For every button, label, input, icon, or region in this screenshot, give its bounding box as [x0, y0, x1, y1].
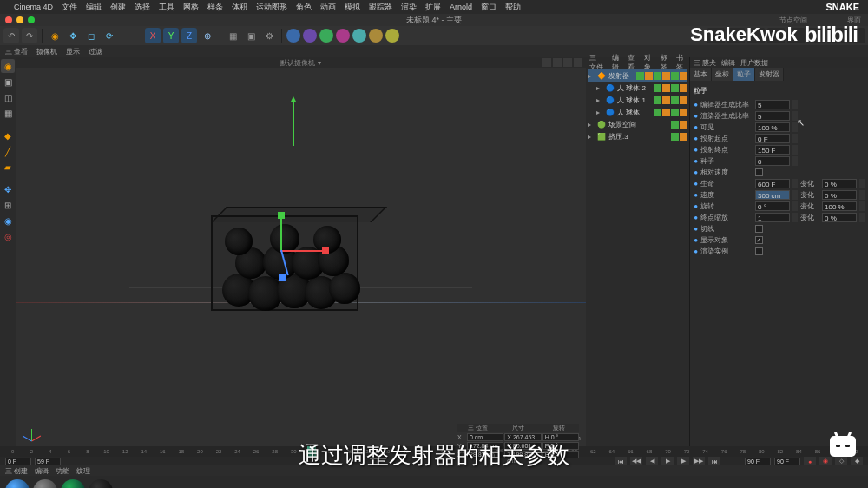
- stepper[interactable]: [792, 190, 798, 200]
- mat-menu[interactable]: 三 创建: [5, 466, 28, 476]
- menu-item[interactable]: 创建: [110, 2, 126, 13]
- point-mode-icon[interactable]: ◆: [1, 129, 15, 142]
- close-icon[interactable]: [5, 16, 12, 23]
- stepper[interactable]: [859, 213, 865, 222]
- minimize-icon[interactable]: [16, 16, 23, 23]
- attr-menu[interactable]: 三 膜犬: [694, 58, 716, 68]
- filter-menu[interactable]: 过滤: [89, 47, 102, 56]
- menu-item[interactable]: 网格: [183, 2, 199, 13]
- tab-particle[interactable]: 粒子: [733, 68, 755, 81]
- current-frame-field[interactable]: 59 F: [35, 458, 61, 465]
- stepper[interactable]: [792, 145, 798, 155]
- app-name[interactable]: Cinema 4D: [14, 3, 53, 11]
- value-field[interactable]: 1: [755, 213, 790, 222]
- stepper[interactable]: [792, 201, 798, 211]
- polygon-mode-icon[interactable]: ▰: [1, 160, 15, 174]
- menu-item[interactable]: 帮助: [505, 2, 521, 13]
- menu-item[interactable]: 跟踪器: [369, 2, 392, 13]
- edge-mode-icon[interactable]: ╱: [1, 144, 15, 158]
- total-frames-field[interactable]: 90 F: [774, 458, 800, 465]
- workplane-icon[interactable]: ▦: [1, 106, 15, 120]
- spline-icon[interactable]: [303, 29, 317, 43]
- menu-item[interactable]: 模拟: [345, 2, 360, 13]
- render-pv-icon[interactable]: ▣: [243, 28, 259, 43]
- stepper[interactable]: [792, 213, 798, 222]
- prev-key-icon[interactable]: ◀◀: [630, 457, 642, 465]
- value-field[interactable]: 0: [755, 156, 790, 166]
- object-row[interactable]: ▸🔶发射器: [588, 69, 687, 82]
- display-menu[interactable]: 显示: [66, 47, 80, 56]
- object-row[interactable]: ▸🔵人 球体.2: [588, 82, 687, 94]
- live-select-icon[interactable]: ◉: [47, 28, 62, 43]
- value-field[interactable]: 0 %: [822, 213, 857, 222]
- value-field[interactable]: 0 %: [822, 179, 857, 188]
- mat-menu[interactable]: 功能: [56, 466, 69, 476]
- x-axis-toggle[interactable]: X: [145, 28, 161, 43]
- range-end-field[interactable]: 90 F: [745, 458, 771, 465]
- y-axis-toggle[interactable]: Y: [163, 28, 179, 43]
- keyframe-icon[interactable]: ◇: [835, 457, 847, 465]
- scale-icon[interactable]: ◻: [83, 28, 99, 43]
- tab-basic[interactable]: 基本: [690, 68, 712, 81]
- value-field[interactable]: 300 cm: [755, 190, 790, 200]
- camera-menu[interactable]: 摄像机: [36, 47, 57, 56]
- camera-dropdown[interactable]: 默认摄像机 ▾: [280, 58, 320, 68]
- primitive-icon[interactable]: [286, 29, 300, 43]
- move-icon[interactable]: ✥: [65, 28, 81, 43]
- menu-item[interactable]: 角色: [296, 2, 312, 13]
- tab-emitter[interactable]: 发射器: [755, 68, 784, 81]
- menu-item[interactable]: 选择: [135, 2, 150, 13]
- value-field[interactable]: 0 %: [822, 190, 857, 200]
- menu-item[interactable]: 工具: [159, 2, 174, 13]
- autokey-icon[interactable]: ◉: [819, 457, 832, 465]
- stepper[interactable]: [859, 201, 865, 211]
- checkbox[interactable]: [755, 236, 763, 244]
- render-settings-icon[interactable]: ⚙: [261, 28, 277, 43]
- viewport-solo-icon[interactable]: ◉: [1, 214, 15, 228]
- object-row[interactable]: ▸🟩挤压.3: [588, 130, 687, 142]
- snap-icon[interactable]: ⊞: [1, 198, 15, 212]
- value-field[interactable]: 150 F: [755, 145, 790, 155]
- value-field[interactable]: 100 %: [822, 201, 857, 211]
- menu-item[interactable]: 窗口: [481, 2, 496, 13]
- tab-coord[interactable]: 坐标: [712, 68, 733, 81]
- stepper[interactable]: [792, 100, 798, 109]
- material-preview[interactable]: [33, 479, 57, 488]
- play-icon[interactable]: ▶: [661, 457, 674, 465]
- generator-icon[interactable]: [319, 29, 333, 43]
- value-field[interactable]: 0 F: [755, 134, 790, 143]
- object-row[interactable]: ▸🟢场景空间: [588, 118, 687, 130]
- menu-item[interactable]: 体积: [232, 2, 247, 13]
- redo-icon[interactable]: ↷: [22, 28, 37, 43]
- stepper[interactable]: [792, 134, 798, 143]
- menu-item[interactable]: Arnold: [450, 3, 472, 11]
- object-row[interactable]: ▸🔵人 球体.1: [588, 94, 687, 106]
- menu-item[interactable]: 渲染: [401, 2, 417, 13]
- attr-menu[interactable]: 用户数据: [740, 58, 768, 68]
- material-preview[interactable]: [89, 479, 113, 488]
- z-axis-toggle[interactable]: Z: [181, 28, 197, 43]
- environment-icon[interactable]: [352, 29, 366, 43]
- attr-menu[interactable]: 编辑: [721, 58, 735, 68]
- value-field[interactable]: 5: [755, 111, 790, 121]
- material-preview[interactable]: [5, 479, 30, 488]
- deformer-icon[interactable]: [336, 29, 350, 43]
- menu-item[interactable]: 运动图形: [256, 2, 287, 13]
- checkbox[interactable]: [755, 247, 763, 255]
- viewport-nav-icon[interactable]: [542, 58, 551, 67]
- camera-icon[interactable]: [369, 29, 383, 43]
- undo-icon[interactable]: ↶: [3, 28, 19, 43]
- value-field[interactable]: 0 °: [755, 201, 790, 211]
- rotate-icon[interactable]: ⟳: [102, 28, 117, 43]
- record-icon[interactable]: ●: [804, 457, 816, 465]
- stepper[interactable]: [859, 190, 865, 200]
- viewport-3d[interactable]: 网格间距: 1000 cm: [16, 68, 586, 446]
- goto-end-icon[interactable]: ⏭: [708, 457, 720, 465]
- keyframe-sel-icon[interactable]: ◆: [851, 457, 863, 465]
- object-row[interactable]: ▸🔵人 球体: [588, 106, 687, 118]
- range-start-field[interactable]: 0 F: [5, 458, 31, 465]
- texture-mode-icon[interactable]: ◫: [1, 90, 15, 104]
- next-key-icon[interactable]: ▶▶: [693, 457, 705, 465]
- material-preview[interactable]: [61, 479, 85, 488]
- prev-frame-icon[interactable]: ◀: [646, 457, 658, 465]
